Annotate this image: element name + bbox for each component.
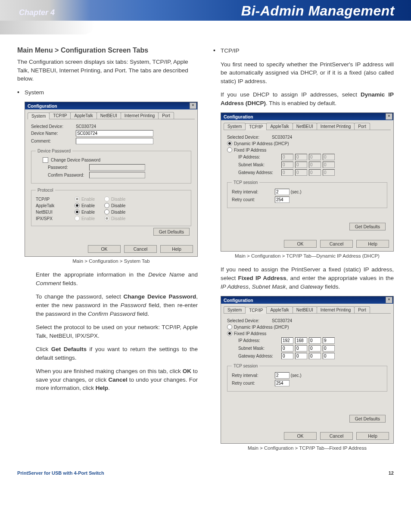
tab-appletalk[interactable]: AppleTalk: [70, 112, 97, 119]
page-footer: PrintServer for USB with 4-Port Switch 1…: [0, 462, 411, 486]
ip-4: [323, 154, 335, 160]
protocol-ipxspx: IPX/SPX: [36, 216, 75, 221]
get-defaults-button[interactable]: Get Defaults: [153, 228, 190, 236]
tab-tcpip[interactable]: TCP/IP: [245, 307, 267, 314]
retry-count-label: Retry count:: [232, 381, 275, 386]
cancel-button[interactable]: Cancel: [124, 245, 157, 253]
protocol-netbeui: NetBEUI: [36, 210, 75, 215]
subnet-label: Subnet Mask:: [238, 162, 281, 167]
close-icon[interactable]: ×: [386, 297, 392, 303]
page-title: Bi-Admin Management: [241, 3, 411, 21]
retry-interval-input[interactable]: [275, 372, 290, 379]
gateway-label: Gateway Address:: [238, 354, 281, 358]
ip-1: [281, 154, 293, 160]
ipxspx-enable-radio: Enable: [75, 216, 95, 221]
tab-system[interactable]: System: [28, 112, 50, 119]
get-defaults-button[interactable]: Get Defaults: [349, 223, 386, 230]
get-defaults-button[interactable]: Get Defaults: [349, 415, 386, 423]
section-heading: Main Menu > Configuration Screen Tabs: [17, 47, 198, 54]
retry-interval-unit: (sec.): [291, 373, 302, 378]
tcp-session-legend: TCP session: [232, 364, 260, 368]
ip-2[interactable]: [295, 337, 307, 344]
footer-product: PrintServer for USB with 4-Port Switch: [17, 470, 104, 476]
tab-internet-printing[interactable]: Internet Printing: [317, 123, 355, 130]
close-icon[interactable]: ×: [190, 103, 196, 109]
protocol-appletalk: AppleTalk: [36, 203, 75, 208]
retry-count-input[interactable]: [275, 196, 290, 203]
dhcp-radio[interactable]: Dynamic IP Address (DHCP): [227, 141, 289, 146]
tab-netbeui[interactable]: NetBEUI: [293, 306, 317, 313]
appletalk-disable-radio[interactable]: Disable: [104, 203, 125, 208]
ok-button[interactable]: OK: [284, 240, 317, 248]
retry-interval-input[interactable]: [275, 189, 290, 195]
bullet-icon: •: [213, 47, 215, 55]
netbeui-disable-radio[interactable]: Disable: [104, 209, 125, 215]
tab-tcpip[interactable]: TCP/IP: [49, 112, 71, 119]
left-column: Main Menu > Configuration Screen Tabs Th…: [17, 47, 198, 462]
dhcp-radio[interactable]: Dynamic IP Address (DHCP): [227, 324, 289, 330]
password-input[interactable]: [89, 164, 145, 171]
tab-port[interactable]: Port: [158, 112, 174, 119]
tcp-session-fieldset: TCP session Retry interval: (sec.) Retry…: [227, 180, 387, 208]
tcpip-disable-radio: Disable: [104, 196, 125, 202]
tab-bar: System TCP/IP AppleTalk NetBEUI Internet…: [28, 112, 195, 119]
help-button[interactable]: Help: [356, 432, 389, 440]
tab-tcpip[interactable]: TCP/IP: [245, 123, 267, 130]
ip-address-label: IP Address:: [238, 155, 281, 159]
para-get-defaults: Click Get Defaults if you want to return…: [36, 345, 198, 362]
tab-netbeui[interactable]: NetBEUI: [97, 112, 121, 119]
cancel-button[interactable]: Cancel: [320, 240, 353, 248]
tab-system[interactable]: System: [224, 123, 246, 130]
screenshot-tcpip-dhcp: Configuration× System TCP/IP AppleTalk N…: [221, 112, 394, 252]
chapter-label: Chapter 4: [0, 8, 55, 21]
confirm-password-input[interactable]: [89, 172, 145, 178]
ip-4[interactable]: [323, 337, 335, 344]
cancel-button[interactable]: Cancel: [320, 432, 353, 440]
tab-internet-printing[interactable]: Internet Printing: [121, 112, 159, 119]
comment-label: Comment:: [31, 139, 76, 143]
change-password-checkbox[interactable]: Change Device Password: [43, 157, 100, 163]
selected-device-value: SC030724: [76, 124, 191, 129]
tab-appletalk[interactable]: AppleTalk: [266, 123, 293, 130]
retry-count-input[interactable]: [275, 380, 290, 386]
para-change-password: To change the password, select Change De…: [36, 292, 198, 318]
footer-page-number: 12: [389, 470, 394, 476]
tab-port[interactable]: Port: [354, 123, 370, 130]
selected-device-label: Selected Device:: [227, 135, 272, 140]
tab-system[interactable]: System: [224, 306, 246, 313]
comment-input[interactable]: [76, 138, 153, 144]
retry-interval-label: Retry interval:: [232, 190, 275, 194]
tab-appletalk[interactable]: AppleTalk: [266, 306, 293, 313]
screenshot-system-tab: Configuration × System TCP/IP AppleTalk …: [25, 102, 198, 257]
retry-count-label: Retry count:: [232, 197, 275, 202]
device-name-input[interactable]: [76, 130, 153, 137]
tab-netbeui[interactable]: NetBEUI: [293, 123, 317, 130]
tab-port[interactable]: Port: [354, 306, 370, 313]
tcpip-enable-radio: Enable: [75, 196, 95, 202]
help-button[interactable]: Help: [160, 245, 193, 253]
ok-button[interactable]: OK: [88, 245, 121, 253]
netbeui-enable-radio[interactable]: Enable: [75, 209, 95, 215]
page-header: Chapter 4 Bi-Admin Management: [0, 0, 411, 21]
help-button[interactable]: Help: [356, 240, 389, 248]
close-icon[interactable]: ×: [386, 113, 392, 120]
retry-interval-unit: (sec.): [291, 190, 302, 194]
confirm-password-label: Confirm Password:: [48, 173, 89, 177]
ip-3[interactable]: [309, 337, 321, 344]
protocol-fieldset: Protocol TCP/IP Enable Disable AppleTalk…: [31, 188, 191, 226]
device-name-label: Device Name:: [31, 131, 76, 136]
bullet-icon: •: [17, 88, 19, 97]
appletalk-enable-radio[interactable]: Enable: [75, 203, 95, 208]
protocol-legend: Protocol: [36, 188, 55, 193]
window-title: Configuration: [224, 114, 253, 119]
para-tcpip-intro: You first need to specify whether the Pr…: [221, 60, 394, 86]
fixed-ip-radio[interactable]: Fixed IP Address: [227, 331, 266, 336]
para-device-name: Enter the appropriate information in the…: [36, 271, 198, 287]
intro-text: The Configuration screen displays six ta…: [17, 58, 198, 83]
para-fixed: If you need to assign the PrintServer a …: [221, 265, 394, 291]
ok-button[interactable]: OK: [284, 432, 317, 440]
tcp-session-fieldset: TCP session Retry interval: (sec.) Retry…: [227, 364, 387, 392]
ip-1[interactable]: [281, 337, 293, 344]
fixed-ip-radio[interactable]: Fixed IP Address: [227, 147, 266, 152]
tab-internet-printing[interactable]: Internet Printing: [317, 306, 355, 313]
